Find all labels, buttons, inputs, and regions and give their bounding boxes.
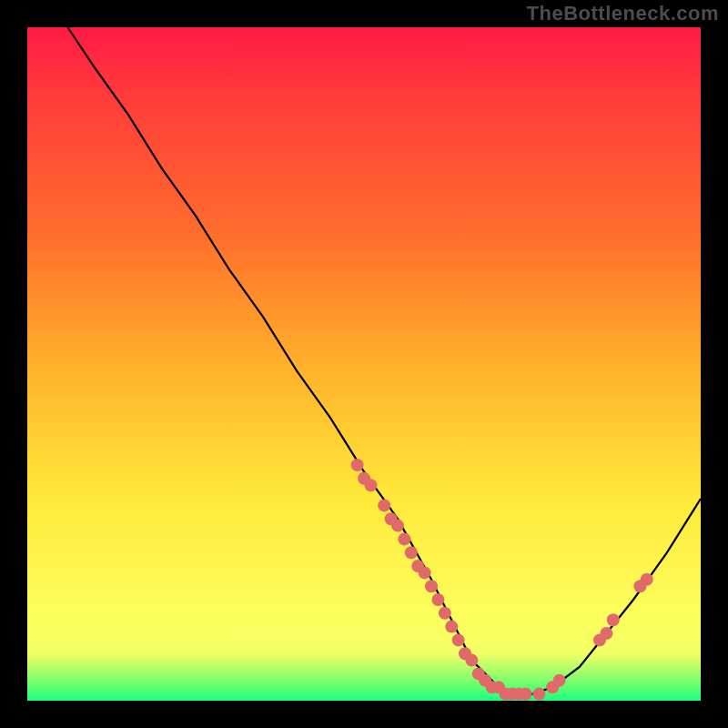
data-marker [532,688,545,701]
data-marker [351,459,364,471]
data-marker [431,593,444,606]
data-marker [465,654,478,667]
data-marker [600,627,612,640]
marker-group [351,459,653,701]
data-marker [445,621,458,633]
data-marker [419,566,431,579]
data-marker [439,607,451,620]
data-marker [607,613,620,626]
data-marker [391,520,404,532]
bottleneck-curve [67,27,701,694]
data-marker [378,499,390,511]
data-marker [641,573,653,586]
data-marker [425,580,438,592]
data-marker [398,532,410,545]
data-marker [520,688,532,701]
chart-svg [27,27,701,701]
plot-area [27,27,701,701]
data-marker [364,479,377,491]
chart-frame: TheBottleneck.com [0,0,728,728]
data-marker [405,546,418,559]
data-marker [553,674,566,687]
data-marker [452,633,465,646]
watermark-text: TheBottleneck.com [527,2,719,25]
